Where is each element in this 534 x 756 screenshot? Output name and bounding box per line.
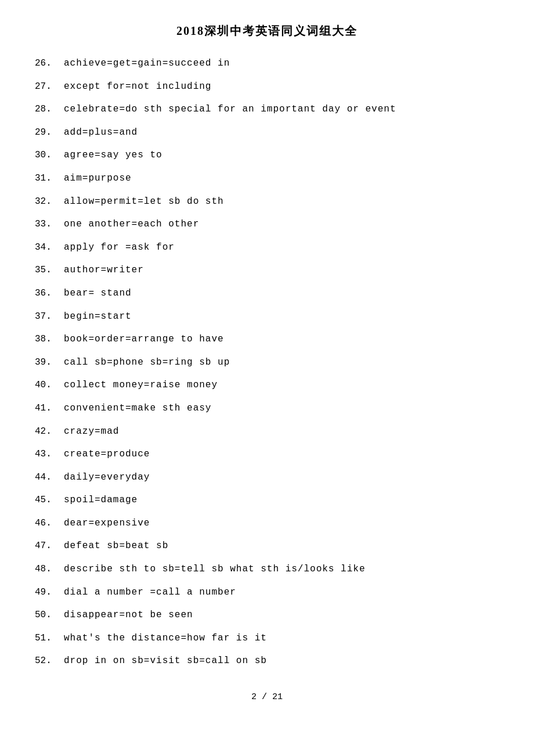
entry-text: author=writer xyxy=(64,263,499,278)
list-item: 48.describe sth to sb=tell sb what sth i… xyxy=(35,562,499,577)
list-item: 36.bear= stand xyxy=(35,286,499,301)
list-item: 26.achieve=get=gain=succeed in xyxy=(35,56,499,71)
entry-text: what's the distance=how far is it xyxy=(64,631,499,646)
list-item: 40.collect money=raise money xyxy=(35,378,499,393)
entry-text: describe sth to sb=tell sb what sth is/l… xyxy=(64,562,499,577)
entry-number: 34. xyxy=(35,240,64,255)
list-item: 38.book=order=arrange to have xyxy=(35,332,499,347)
entry-number: 43. xyxy=(35,447,64,462)
entry-number: 26. xyxy=(35,56,64,71)
list-item: 32.allow=permit=let sb do sth xyxy=(35,195,499,210)
entry-number: 33. xyxy=(35,217,64,232)
entry-text: spoil=damage xyxy=(64,493,499,508)
list-item: 28.celebrate=do sth special for an impor… xyxy=(35,102,499,117)
list-item: 29.add=plus=and xyxy=(35,125,499,141)
list-item: 44.daily=everyday xyxy=(35,470,499,485)
entry-text: aim=purpose xyxy=(64,171,499,186)
entry-number: 48. xyxy=(35,562,64,577)
entry-number: 38. xyxy=(35,332,64,347)
entry-text: achieve=get=gain=succeed in xyxy=(64,56,499,71)
list-item: 43.create=produce xyxy=(35,447,499,462)
list-item: 46.dear=expensive xyxy=(35,516,499,531)
entry-text: except for=not including xyxy=(64,80,499,95)
list-item: 45.spoil=damage xyxy=(35,493,499,508)
entry-number: 29. xyxy=(35,125,64,141)
entry-text: apply for =ask for xyxy=(64,240,499,255)
entry-number: 51. xyxy=(35,631,64,646)
entry-number: 52. xyxy=(35,654,64,669)
page-footer: 2 / 21 xyxy=(35,692,499,702)
entry-number: 45. xyxy=(35,493,64,508)
list-item: 52.drop in on sb=visit sb=call on sb xyxy=(35,654,499,669)
list-item: 35.author=writer xyxy=(35,263,499,278)
list-item: 47.defeat sb=beat sb xyxy=(35,539,499,554)
entry-number: 31. xyxy=(35,171,64,186)
entry-text: celebrate=do sth special for an importan… xyxy=(64,102,499,117)
entry-text: convenient=make sth easy xyxy=(64,401,499,416)
entry-number: 50. xyxy=(35,608,64,623)
entry-text: agree=say yes to xyxy=(64,148,499,163)
list-item: 39.call sb=phone sb=ring sb up xyxy=(35,355,499,370)
list-item: 31.aim=purpose xyxy=(35,171,499,186)
entry-number: 40. xyxy=(35,378,64,393)
list-item: 30.agree=say yes to xyxy=(35,148,499,163)
list-item: 37.begin=start xyxy=(35,309,499,325)
entry-text: crazy=mad xyxy=(64,424,499,440)
entry-text: one another=each other xyxy=(64,217,499,232)
entry-text: bear= stand xyxy=(64,286,499,301)
entry-number: 36. xyxy=(35,286,64,301)
entry-number: 32. xyxy=(35,195,64,210)
list-item: 49.dial a number =call a number xyxy=(35,585,499,600)
entry-text: dial a number =call a number xyxy=(64,585,499,600)
entry-text: create=produce xyxy=(64,447,499,462)
list-item: 34.apply for =ask for xyxy=(35,240,499,255)
entries-list: 26.achieve=get=gain=succeed in27.except … xyxy=(35,56,499,669)
entry-text: drop in on sb=visit sb=call on sb xyxy=(64,654,499,669)
entry-text: daily=everyday xyxy=(64,470,499,485)
list-item: 33.one another=each other xyxy=(35,217,499,232)
entry-number: 47. xyxy=(35,539,64,554)
entry-number: 30. xyxy=(35,148,64,163)
entry-text: dear=expensive xyxy=(64,516,499,531)
page-title: 2018深圳中考英语同义词组大全 xyxy=(35,23,499,39)
entry-number: 44. xyxy=(35,470,64,485)
list-item: 42.crazy=mad xyxy=(35,424,499,440)
entry-text: begin=start xyxy=(64,309,499,325)
list-item: 51.what's the distance=how far is it xyxy=(35,631,499,646)
entry-number: 42. xyxy=(35,424,64,440)
entry-number: 28. xyxy=(35,102,64,117)
entry-number: 49. xyxy=(35,585,64,600)
entry-number: 39. xyxy=(35,355,64,370)
entry-number: 37. xyxy=(35,309,64,325)
entry-text: add=plus=and xyxy=(64,125,499,141)
entry-text: collect money=raise money xyxy=(64,378,499,393)
entry-text: call sb=phone sb=ring sb up xyxy=(64,355,499,370)
entry-number: 46. xyxy=(35,516,64,531)
entry-number: 41. xyxy=(35,401,64,416)
entry-text: disappear=not be seen xyxy=(64,608,499,623)
list-item: 50.disappear=not be seen xyxy=(35,608,499,623)
entry-text: allow=permit=let sb do sth xyxy=(64,195,499,210)
entry-text: book=order=arrange to have xyxy=(64,332,499,347)
entry-number: 35. xyxy=(35,263,64,278)
list-item: 41.convenient=make sth easy xyxy=(35,401,499,416)
entry-number: 27. xyxy=(35,80,64,95)
list-item: 27.except for=not including xyxy=(35,80,499,95)
entry-text: defeat sb=beat sb xyxy=(64,539,499,554)
